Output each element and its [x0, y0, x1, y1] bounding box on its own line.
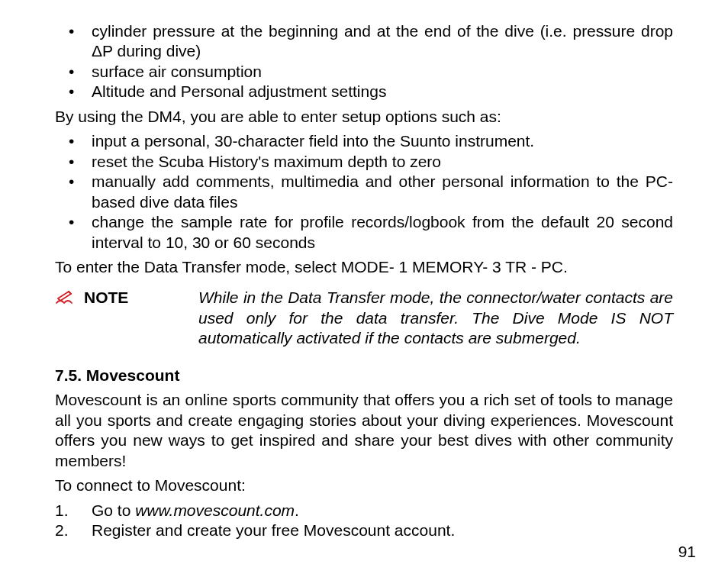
- list-item: • cylinder pressure at the beginning and…: [55, 21, 673, 62]
- paragraph-intro-1: By using the DM4, you are able to enter …: [55, 107, 673, 127]
- list-item-text: reset the Scuba History's maximum depth …: [92, 152, 673, 172]
- list-item: • change the sample rate for profile rec…: [55, 212, 673, 253]
- list-item-text: surface air consumption: [92, 62, 673, 82]
- list-item-text: manually add comments, multimedia and ot…: [92, 172, 673, 212]
- steps-list: 1. Go to www.movescount.com. 2. Register…: [55, 501, 673, 541]
- bullet-marker: •: [55, 131, 92, 151]
- bullet-marker: •: [55, 62, 92, 82]
- list-item-text: input a personal, 30-character field int…: [92, 131, 673, 151]
- step-text: Register and create your free Movescount…: [92, 521, 673, 540]
- bullet-marker: •: [55, 172, 92, 192]
- page-number: 91: [678, 542, 696, 562]
- step-text-italic: www.movescount.com: [135, 501, 295, 519]
- list-item-text: change the sample rate for profile recor…: [92, 212, 673, 253]
- list-item: • input a personal, 30-character field i…: [55, 131, 673, 151]
- list-item: • surface air consumption: [55, 62, 673, 82]
- bullet-marker: •: [55, 152, 92, 172]
- step-text: Go to www.movescount.com.: [92, 501, 673, 521]
- manual-page: • cylinder pressure at the beginning and…: [0, 0, 728, 577]
- section-lead: To connect to Movescount:: [55, 475, 673, 495]
- bullet-marker: •: [55, 212, 92, 232]
- list-item: • reset the Scuba History's maximum dept…: [55, 152, 673, 172]
- paragraph-intro-2: To enter the Data Transfer mode, select …: [55, 257, 673, 277]
- step-number: 2.: [55, 521, 92, 540]
- list-item: • manually add comments, multimedia and …: [55, 172, 673, 212]
- bullet-list-a: • cylinder pressure at the beginning and…: [55, 21, 673, 102]
- bullet-marker: •: [55, 21, 92, 41]
- section-body: Movescount is an online sports community…: [55, 390, 673, 471]
- list-item-text: cylinder pressure at the beginning and a…: [92, 21, 673, 62]
- step-number: 1.: [55, 501, 92, 521]
- section-heading: 7.5. Movescount: [55, 366, 673, 385]
- step-text-post: .: [295, 501, 299, 519]
- list-item: 2. Register and create your free Movesco…: [55, 521, 673, 540]
- note-block: NOTE While in the Data Transfer mode, th…: [55, 288, 673, 348]
- note-text: While in the Data Transfer mode, the con…: [198, 288, 673, 348]
- list-item: • Altitude and Personal adjustment setti…: [55, 82, 673, 102]
- note-writing-icon: [55, 289, 75, 306]
- list-item: 1. Go to www.movescount.com.: [55, 501, 673, 521]
- note-icon: [55, 288, 84, 309]
- bullet-marker: •: [55, 82, 92, 102]
- step-text-pre: Register and create your free Movescount…: [92, 521, 455, 539]
- list-item-text: Altitude and Personal adjustment setting…: [92, 82, 673, 102]
- note-label: NOTE: [84, 288, 198, 308]
- bullet-list-b: • input a personal, 30-character field i…: [55, 131, 673, 253]
- step-text-pre: Go to: [92, 501, 135, 519]
